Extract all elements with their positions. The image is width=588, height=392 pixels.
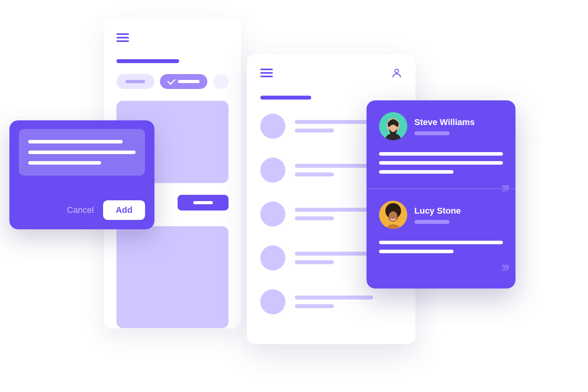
text-placeholder <box>295 172 334 176</box>
primary-action-button[interactable] <box>178 195 229 211</box>
testimonial-subtitle-placeholder <box>414 220 450 224</box>
avatar-placeholder <box>260 158 285 183</box>
text-placeholder <box>295 304 334 308</box>
testimonial-name: Steve Williams <box>414 117 475 127</box>
text-placeholder <box>295 296 373 299</box>
add-button[interactable]: Add <box>103 200 145 220</box>
check-icon <box>167 76 175 85</box>
testimonial-body <box>379 152 503 174</box>
avatar-placeholder <box>260 245 285 270</box>
text-placeholder <box>295 129 334 132</box>
text-placeholder <box>28 140 123 143</box>
text-placeholder <box>295 164 373 168</box>
avatar <box>379 201 407 229</box>
testimonial-item: Lucy Stone ,, <box>367 189 515 268</box>
cancel-button[interactable]: Cancel <box>67 205 94 215</box>
profile-icon[interactable] <box>391 67 402 78</box>
quote-icon: ,, <box>501 255 508 266</box>
list-item[interactable] <box>260 289 402 314</box>
text-placeholder <box>379 161 503 165</box>
text-placeholder <box>379 152 503 156</box>
filter-chip-selected[interactable] <box>160 74 207 89</box>
avatar-placeholder <box>260 201 285 227</box>
heading-placeholder <box>116 59 179 63</box>
avatar-placeholder <box>260 114 285 139</box>
text-placeholder <box>28 151 136 154</box>
filter-chip[interactable] <box>116 74 154 89</box>
testimonial-subtitle-placeholder <box>414 131 450 135</box>
content-block <box>116 226 229 328</box>
text-placeholder <box>295 120 373 124</box>
testimonials-card: Steve Williams ,, <box>367 100 515 289</box>
text-placeholder <box>295 216 334 220</box>
text-placeholder <box>295 252 373 256</box>
add-modal: Cancel Add <box>9 120 154 229</box>
heading-placeholder <box>260 96 311 100</box>
text-placeholder <box>379 170 454 174</box>
chip-label-placeholder <box>125 80 145 83</box>
avatar-placeholder <box>260 289 285 314</box>
text-placeholder <box>295 260 334 264</box>
testimonial-name: Lucy Stone <box>414 206 461 216</box>
quote-icon: ,, <box>501 175 508 186</box>
button-label-placeholder <box>193 201 213 204</box>
menu-icon[interactable] <box>260 67 273 79</box>
textarea[interactable] <box>19 129 145 176</box>
menu-icon[interactable] <box>116 33 229 42</box>
avatar <box>379 112 407 140</box>
text-placeholder <box>28 161 101 165</box>
testimonial-body <box>379 241 503 253</box>
svg-point-0 <box>395 69 398 73</box>
filter-chip[interactable] <box>213 74 229 89</box>
svg-point-3 <box>386 224 400 229</box>
testimonial-item: Steve Williams ,, <box>367 100 515 189</box>
text-placeholder <box>295 208 373 212</box>
text-placeholder <box>379 250 454 253</box>
text-placeholder <box>379 241 503 244</box>
filter-chips <box>116 74 229 89</box>
chip-label-placeholder <box>178 80 200 83</box>
